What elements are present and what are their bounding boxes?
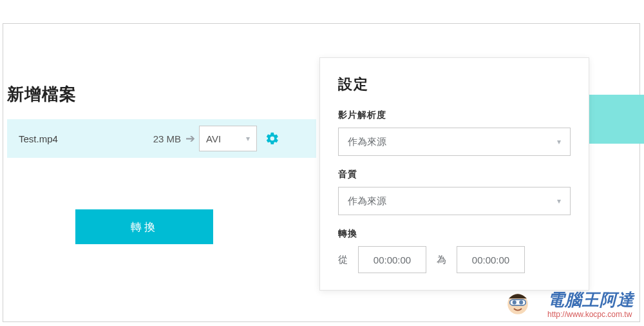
video-resolution-label: 影片解析度 [338,110,571,121]
trim-label: 轉換 [338,228,571,240]
video-resolution-group: 影片解析度 作為來源 ▾ [338,110,571,156]
audio-quality-group: 音質 作為來源 ▾ [338,169,571,215]
trim-to-label: 為 [437,254,446,266]
chevron-down-icon: ▾ [557,137,561,146]
settings-title: 設定 [338,75,571,94]
gear-icon[interactable] [265,131,279,146]
trim-from-input[interactable] [358,246,426,273]
audio-quality-select[interactable]: 作為來源 ▾ [338,187,571,215]
file-name: Test.mp4 [19,133,141,144]
format-select[interactable]: AVI ▾ [199,126,257,151]
video-resolution-value: 作為來源 [348,136,386,148]
convert-button[interactable]: 轉換 [75,209,213,244]
arrow-right-icon: ➔ [181,131,199,146]
svg-point-2 [513,300,516,304]
audio-quality-value: 作為來源 [348,195,386,207]
watermark-avatar-icon [504,291,531,318]
svg-rect-1 [510,300,526,305]
trim-from-label: 從 [338,254,348,266]
video-resolution-select[interactable]: 作為來源 ▾ [338,128,571,156]
trim-group: 轉換 從 為 [338,228,571,273]
format-select-value: AVI [206,133,221,144]
watermark: 電腦王阿達 http://www.kocpc.com.tw [547,289,634,319]
background-accent-strip [586,95,644,144]
chevron-down-icon: ▾ [246,134,250,143]
file-size: 23 MB [141,133,181,144]
settings-panel: 設定 影片解析度 作為來源 ▾ 音質 作為來源 ▾ 轉換 從 為 [319,57,589,291]
trim-to-input[interactable] [457,246,525,273]
audio-quality-label: 音質 [338,169,571,180]
file-row: Test.mp4 23 MB ➔ AVI ▾ [7,119,316,158]
chevron-down-icon: ▾ [557,197,561,206]
app-window: 新增檔案 Test.mp4 23 MB ➔ AVI ▾ 轉換 設定 影片解析度 … [3,23,640,322]
svg-point-3 [519,300,523,304]
watermark-text: 電腦王阿達 [547,289,634,311]
watermark-url: http://www.kocpc.com.tw [547,310,634,319]
page-title: 新增檔案 [7,83,77,106]
